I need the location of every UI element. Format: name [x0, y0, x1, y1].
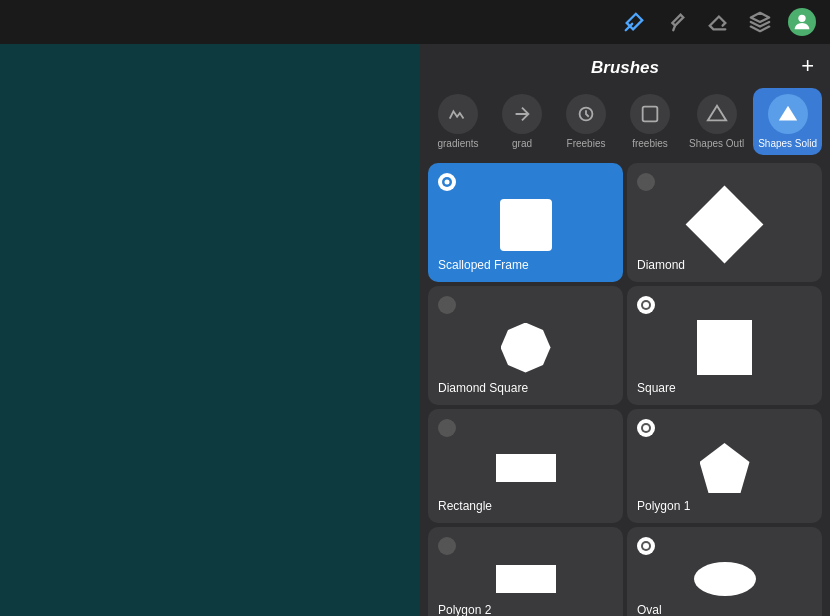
shape-oval — [694, 562, 756, 596]
tab-grad[interactable]: grad — [492, 88, 552, 155]
svg-point-11 — [442, 423, 452, 433]
shape-pentagon — [700, 443, 750, 493]
svg-point-7 — [641, 177, 651, 187]
brush-preview-scalloped — [438, 197, 613, 252]
brush-check-polygon-2 — [438, 537, 456, 555]
brush-check-oval — [637, 537, 655, 555]
svg-marker-4 — [778, 106, 796, 121]
category-tabs: gradients grad Freebies freebies Shapes — [420, 88, 830, 163]
tab-icon-grad — [502, 94, 542, 134]
avatar-icon[interactable] — [786, 6, 818, 38]
tab-label-grad: grad — [512, 138, 532, 149]
brush-item-scalloped-frame[interactable]: Scalloped Frame — [428, 163, 623, 282]
canvas-area — [0, 44, 420, 616]
brush-list: Scalloped Frame Diamond — [420, 163, 830, 616]
shape-square — [697, 320, 752, 375]
brush-item-square[interactable]: Square — [627, 286, 822, 405]
brush-name-polygon-1: Polygon 1 — [637, 499, 812, 513]
tab-icon-gradients — [438, 94, 478, 134]
svg-point-6 — [445, 180, 450, 185]
brush-preview-rectangle — [438, 443, 613, 493]
brushes-panel: Brushes + gradients grad Freebies — [420, 44, 830, 616]
brush-check-polygon-1 — [637, 419, 655, 437]
brush-item-polygon-2[interactable]: Polygon 2 — [428, 527, 623, 616]
top-toolbar — [0, 0, 830, 44]
brush-preview-polygon-2 — [438, 561, 613, 597]
brush-item-polygon-1[interactable]: Polygon 1 — [627, 409, 822, 523]
shape-diamond-square — [501, 323, 551, 373]
shape-scalloped — [500, 199, 552, 251]
tab-shapes-outl[interactable]: Shapes Outl — [684, 88, 749, 155]
pen-icon[interactable] — [618, 6, 650, 38]
tab-freebies[interactable]: Freebies — [556, 88, 616, 155]
svg-rect-2 — [643, 107, 658, 122]
brush-check-rectangle — [438, 419, 456, 437]
brush-name-oval: Oval — [637, 603, 812, 616]
brush-item-diamond-square[interactable]: Diamond Square — [428, 286, 623, 405]
svg-point-13 — [643, 425, 649, 431]
shape-diamond — [686, 186, 764, 264]
tab-label-gradients: gradients — [437, 138, 478, 149]
tab-label-shapes-solid: Shapes Solid — [758, 138, 817, 149]
brush-preview-oval — [637, 561, 812, 597]
brush-item-oval[interactable]: Oval — [627, 527, 822, 616]
brush-name-scalloped: Scalloped Frame — [438, 258, 613, 272]
svg-point-10 — [643, 302, 649, 308]
add-brush-button[interactable]: + — [801, 55, 814, 77]
brush-name-rectangle: Rectangle — [438, 499, 613, 513]
svg-marker-3 — [707, 106, 725, 121]
brush-item-rectangle[interactable]: Rectangle — [428, 409, 623, 523]
layers-icon[interactable] — [744, 6, 776, 38]
svg-point-14 — [442, 541, 452, 551]
svg-point-16 — [643, 543, 649, 549]
tab-icon-shapes-outl — [697, 94, 737, 134]
svg-point-0 — [798, 15, 805, 22]
svg-point-8 — [442, 300, 452, 310]
brush-check-diamond-square — [438, 296, 456, 314]
tab-icon-shapes-solid — [768, 94, 808, 134]
brush-grid: Scalloped Frame Diamond — [428, 163, 822, 616]
smudge-icon[interactable] — [660, 6, 692, 38]
tab-label-freebies2: freebies — [632, 138, 668, 149]
tab-freebies2[interactable]: freebies — [620, 88, 680, 155]
tab-label-freebies: Freebies — [567, 138, 606, 149]
brush-name-square: Square — [637, 381, 812, 395]
tab-icon-freebies2 — [630, 94, 670, 134]
tab-icon-freebies — [566, 94, 606, 134]
brush-check-square — [637, 296, 655, 314]
brush-name-diamond-square: Diamond Square — [438, 381, 613, 395]
eraser-icon[interactable] — [702, 6, 734, 38]
brush-preview-polygon-1 — [637, 443, 812, 493]
shape-rectangle — [496, 454, 556, 482]
tab-label-shapes-outl: Shapes Outl — [689, 138, 744, 149]
brush-preview-diamond — [637, 197, 812, 252]
brush-preview-diamond-square — [438, 320, 613, 375]
panel-title: Brushes — [591, 58, 659, 78]
brush-check-scalloped — [438, 173, 456, 191]
brush-item-diamond[interactable]: Diamond — [627, 163, 822, 282]
brush-preview-square — [637, 320, 812, 375]
brush-name-polygon-2: Polygon 2 — [438, 603, 613, 616]
tab-shapes-solid[interactable]: Shapes Solid — [753, 88, 822, 155]
panel-header: Brushes + — [420, 44, 830, 88]
tab-gradients[interactable]: gradients — [428, 88, 488, 155]
brush-check-diamond — [637, 173, 655, 191]
shape-rectangle-wide — [496, 565, 556, 593]
